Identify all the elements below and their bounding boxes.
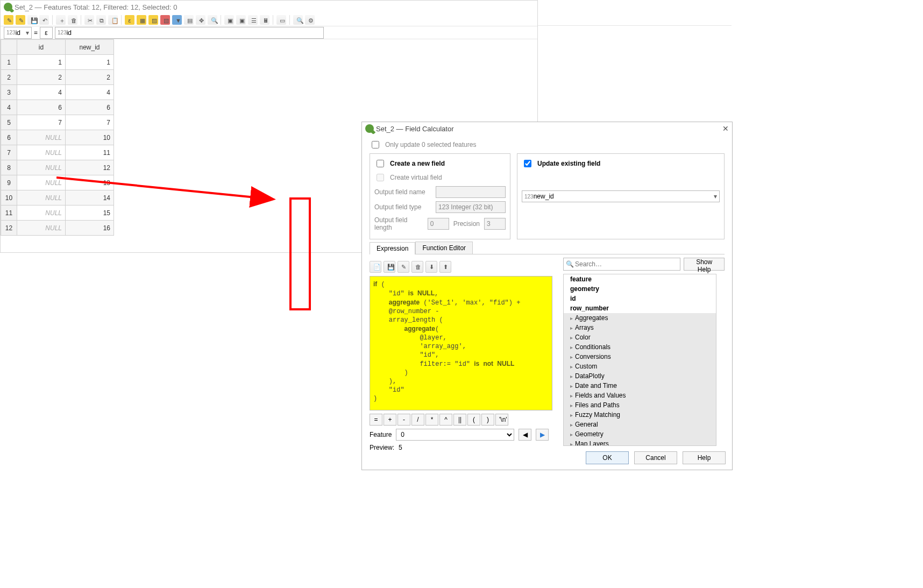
prev-feature-button[interactable]: ◀ — [519, 429, 531, 441]
cell-new-id[interactable]: 7 — [66, 115, 114, 130]
dock-icon[interactable]: 🔍 — [293, 15, 303, 25]
cell-new-id[interactable]: 16 — [66, 221, 114, 236]
function-tree[interactable]: featuregeometryidrow_numberAggregatesArr… — [563, 274, 716, 446]
cell-id[interactable]: 2 — [17, 70, 66, 85]
undo-icon[interactable]: ↶ — [39, 15, 49, 25]
row-number[interactable]: 7 — [1, 145, 17, 160]
create-field-checkbox[interactable] — [377, 160, 384, 167]
new-expr-icon[interactable]: 📄 — [370, 261, 381, 273]
row-number[interactable]: 11 — [1, 206, 17, 221]
import-icon[interactable]: ⬇ — [425, 261, 437, 273]
search-box[interactable]: 🔍 — [563, 258, 680, 271]
help-button[interactable]: Help — [683, 451, 726, 464]
op-button[interactable]: * — [425, 414, 438, 426]
tree-category[interactable]: Fields and Values — [564, 391, 716, 400]
cancel-button[interactable]: Cancel — [634, 451, 677, 464]
cell-new-id[interactable]: 4 — [66, 85, 114, 100]
close-icon[interactable]: ✕ — [722, 124, 729, 133]
feature-select[interactable]: 0 — [396, 429, 514, 441]
row-number[interactable]: 1 — [1, 55, 17, 70]
cell-id[interactable]: NULL — [17, 145, 66, 160]
row-number[interactable]: 4 — [1, 100, 17, 115]
op-button[interactable]: - — [397, 414, 410, 426]
delete-icon[interactable]: 🗑 — [68, 15, 77, 25]
cell-new-id[interactable]: 12 — [66, 160, 114, 175]
edit-icon[interactable]: ✎ — [4, 15, 13, 25]
actions-icon[interactable]: ⚙ — [305, 15, 315, 25]
cell-id[interactable]: 6 — [17, 100, 66, 115]
field-select[interactable]: 123 id ▾ — [4, 27, 32, 39]
new-field-icon[interactable]: ▣ — [224, 15, 234, 25]
cell-id[interactable]: NULL — [17, 160, 66, 175]
cell-new-id[interactable]: 10 — [66, 130, 114, 145]
cell-new-id[interactable]: 2 — [66, 70, 114, 85]
row-number[interactable]: 10 — [1, 190, 17, 206]
tree-category[interactable]: Date and Time — [564, 381, 716, 391]
tree-category[interactable]: Fuzzy Matching — [564, 410, 716, 420]
save-icon[interactable]: 💾 — [27, 15, 37, 25]
row-number[interactable]: 2 — [1, 70, 17, 85]
cell-id[interactable]: NULL — [17, 206, 66, 221]
delete-expr-icon[interactable]: 🗑 — [411, 261, 423, 273]
expr-button[interactable]: ε — [40, 27, 53, 39]
tree-category[interactable]: Aggregates — [564, 313, 716, 323]
cell-new-id[interactable]: 13 — [66, 175, 114, 190]
tree-item[interactable]: feature — [564, 274, 716, 284]
row-number[interactable]: 3 — [1, 85, 17, 100]
invert-icon[interactable]: ▨ — [148, 15, 158, 25]
cell-new-id[interactable]: 6 — [66, 100, 114, 115]
tree-item[interactable]: geometry — [564, 284, 716, 294]
cut-icon[interactable]: ✂ — [84, 15, 94, 25]
tab-expression[interactable]: Expression — [370, 242, 415, 254]
deselect-icon[interactable]: ▧ — [160, 15, 170, 25]
export-icon[interactable]: ⬆ — [439, 261, 451, 273]
select-expr-icon[interactable]: ε — [125, 15, 134, 25]
cell-new-id[interactable]: 1 — [66, 55, 114, 70]
multiedit-icon[interactable]: ✎ — [16, 15, 25, 25]
cell-id[interactable]: NULL — [17, 175, 66, 190]
op-button[interactable]: '\n' — [495, 414, 508, 426]
paste-icon[interactable]: 📋 — [108, 15, 118, 25]
show-help-button[interactable]: Show Help — [684, 258, 725, 271]
tree-item[interactable]: row_number — [564, 303, 716, 313]
cell-new-id[interactable]: 15 — [66, 206, 114, 221]
next-feature-button[interactable]: ▶ — [536, 429, 549, 441]
tree-category[interactable]: Conversions — [564, 352, 716, 362]
cell-new-id[interactable]: 14 — [66, 190, 114, 206]
tree-category[interactable]: Arrays — [564, 323, 716, 332]
zoom-icon[interactable]: 🔍 — [208, 15, 217, 25]
tab-function-editor[interactable]: Function Editor — [415, 242, 473, 254]
ok-button[interactable]: OK — [586, 451, 629, 464]
form-icon[interactable]: ▭ — [276, 15, 286, 25]
cell-id[interactable]: 1 — [17, 55, 66, 70]
tree-category[interactable]: General — [564, 420, 716, 429]
cell-id[interactable]: NULL — [17, 190, 66, 206]
op-button[interactable]: / — [411, 414, 424, 426]
filter-icon[interactable]: ▼ — [172, 15, 182, 25]
copy-icon[interactable]: ⧉ — [96, 15, 106, 25]
select-all-icon[interactable]: ▦ — [137, 15, 146, 25]
tree-item[interactable]: id — [564, 294, 716, 303]
cell-id[interactable]: NULL — [17, 130, 66, 145]
save-expr-icon[interactable]: 💾 — [384, 261, 395, 273]
calc-icon[interactable]: 🖩 — [260, 15, 269, 25]
edit-expr-icon[interactable]: ✎ — [397, 261, 409, 273]
update-field-checkbox[interactable] — [524, 160, 531, 167]
row-number[interactable]: 12 — [1, 221, 17, 236]
row-number[interactable]: 8 — [1, 160, 17, 175]
organize-icon[interactable]: ☰ — [248, 15, 258, 25]
op-button[interactable]: ^ — [439, 414, 452, 426]
tree-category[interactable]: Custom — [564, 362, 716, 371]
cell-id[interactable]: 7 — [17, 115, 66, 130]
row-number[interactable]: 9 — [1, 175, 17, 190]
tree-category[interactable]: Files and Paths — [564, 400, 716, 410]
attribute-grid[interactable]: id new_id 1 1 12 2 23 4 44 6 65 7 76 NUL… — [1, 39, 114, 236]
col-header-id[interactable]: id — [17, 40, 66, 55]
quick-expr-input[interactable]: 123 id — [55, 27, 324, 39]
cell-new-id[interactable]: 11 — [66, 145, 114, 160]
op-button[interactable]: ( — [467, 414, 480, 426]
expression-editor[interactable]: if ( "id" is NULL, aggregate ('Set_1', '… — [370, 276, 552, 410]
row-number[interactable]: 5 — [1, 115, 17, 130]
move-top-icon[interactable]: ▤ — [184, 15, 194, 25]
tree-category[interactable]: Geometry — [564, 429, 716, 439]
